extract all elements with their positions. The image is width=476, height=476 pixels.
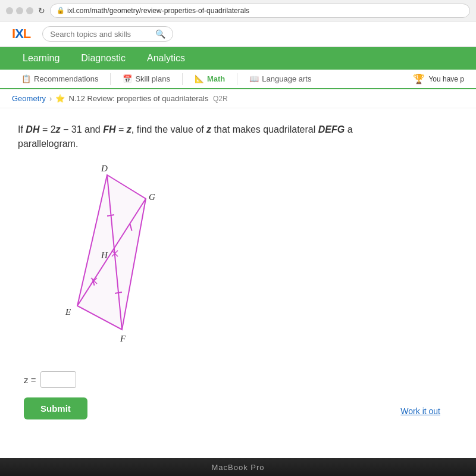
nav-item-learning[interactable]: Learning [12, 47, 70, 70]
macbook-bar: MacBook Pro [0, 458, 476, 476]
sub-nav-recommendations[interactable]: 📋 Recommendations [12, 70, 108, 89]
work-it-out-link[interactable]: Work it out [400, 406, 440, 416]
nav-separator-3 [237, 73, 237, 85]
search-input[interactable] [50, 30, 151, 39]
minimize-btn[interactable] [16, 7, 23, 14]
label-d: D [101, 164, 108, 173]
problem-text: If DH = 2z − 31 and FH = z, find the val… [18, 123, 375, 151]
ixl-header: IXL 🔍 Learning Diagnostic Analytics [0, 21, 476, 70]
content-area: If DH = 2z − 31 and FH = z, find the val… [0, 108, 476, 434]
label-g: G [149, 192, 155, 202]
calendar-icon: 📅 [123, 74, 132, 83]
chevron-icon: › [49, 94, 52, 103]
book-icon: 📖 [249, 74, 259, 83]
close-btn[interactable] [6, 7, 13, 14]
nav-separator-1 [110, 73, 111, 85]
sub-nav-skill-plans[interactable]: 📅 Skill plans [113, 70, 180, 89]
window-controls [6, 7, 33, 14]
lock-icon: 🔒 [57, 7, 65, 14]
nav-separator-2 [182, 73, 183, 85]
answer-row: z = [24, 371, 458, 388]
device-label: MacBook Pro [211, 463, 264, 472]
logo-l: L [23, 26, 30, 42]
browser-chrome: ↻ 🔒 ixl.com/math/geometry/review-propert… [0, 0, 476, 21]
sub-nav-right: 🏆 You have p [413, 73, 464, 84]
nav-item-analytics[interactable]: Analytics [136, 47, 196, 70]
answer-label: z = [24, 375, 36, 385]
sub-nav-language-arts[interactable]: 📖 Language arts [240, 70, 321, 89]
diagram-container: D G H E F [30, 163, 196, 359]
breadcrumb-item: N.12 Review: properties of quadrilateral… [68, 94, 227, 103]
breadcrumb: Geometry › ⭐ N.12 Review: properties of … [0, 89, 476, 108]
maximize-btn[interactable] [26, 7, 33, 14]
list-icon: 📋 [21, 74, 31, 83]
ixl-logo[interactable]: IXL [12, 26, 30, 42]
label-e: E [65, 307, 71, 317]
z-input[interactable] [40, 371, 76, 388]
top-bar: IXL 🔍 [0, 21, 476, 47]
nav-item-diagnostic[interactable]: Diagnostic [70, 47, 136, 70]
address-bar[interactable]: 🔒 ixl.com/math/geometry/review-propertie… [50, 4, 470, 18]
star-icon: ⭐ [55, 94, 65, 103]
search-bar[interactable]: 🔍 [42, 26, 173, 42]
logo-x: X [15, 26, 23, 42]
sub-nav: 📋 Recommendations 📅 Skill plans 📐 Math 📖… [0, 70, 476, 89]
submit-button[interactable]: Submit [24, 397, 87, 419]
url-text: ixl.com/math/geometry/review-properties-… [67, 7, 249, 15]
browser-window: IXL 🔍 Learning Diagnostic Analytics 📋 Re… [0, 21, 476, 476]
main-nav: Learning Diagnostic Analytics [0, 47, 476, 70]
label-f: F [120, 334, 126, 343]
parallelogram-diagram: D G H E F [30, 163, 184, 353]
refresh-icon[interactable]: ↻ [38, 6, 45, 15]
math-icon: 📐 [195, 74, 204, 83]
breadcrumb-geometry[interactable]: Geometry [12, 94, 46, 103]
trophy-icon: 🏆 [413, 73, 425, 84]
you-have-text: You have p [428, 75, 464, 83]
label-h: H [101, 250, 108, 260]
sub-nav-math[interactable]: 📐 Math [185, 70, 234, 89]
search-icon: 🔍 [155, 29, 165, 39]
